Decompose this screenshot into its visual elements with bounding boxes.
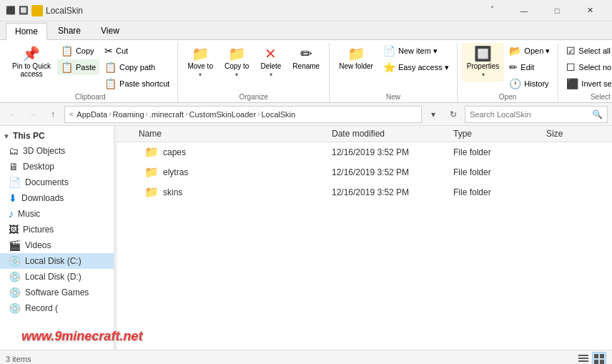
select-none-button[interactable]: ☐ Select none (563, 59, 612, 75)
path-roaming[interactable]: Roaming (112, 110, 146, 119)
select-all-button[interactable]: ☑ Select all (563, 43, 612, 59)
folder-capes-icon: 📁 (144, 145, 159, 159)
main-content: ▼ This PC 🗂 3D Objects 🖥 Desktop 📄 Docum… (0, 126, 612, 350)
file-label-capes: capes (163, 147, 186, 157)
edit-button[interactable]: ✏ Edit (505, 59, 553, 75)
col-header-type[interactable]: Type (453, 129, 546, 139)
delete-button[interactable]: ✕ Delete ▾ (255, 43, 286, 82)
copy-to-button[interactable]: 📁 Copy to ▾ (219, 43, 254, 82)
dropdown-arrow-path[interactable]: ▾ (425, 106, 442, 123)
delete-label: Delete (260, 62, 281, 70)
title-bar-controls: ˄ — □ ✕ (490, 0, 606, 21)
new-folder-button[interactable]: 📁 New folder (334, 43, 378, 74)
copy-path-button[interactable]: 📋 Copy path (101, 59, 173, 75)
tab-home[interactable]: Home (6, 23, 47, 40)
delete-icon: ✕ (265, 46, 277, 61)
videos-icon: 🎬 (9, 240, 21, 251)
search-input[interactable] (470, 110, 592, 119)
pictures-icon: 🖼 (9, 224, 19, 235)
tab-view[interactable]: View (92, 22, 129, 39)
sidebar-item-music[interactable]: ♪ Music (0, 206, 114, 222)
folder-skins-icon: 📁 (144, 185, 159, 199)
path-separator-1: « (69, 110, 75, 118)
paste-button[interactable]: 📋 Paste (57, 59, 99, 75)
file-type-elytras: File folder (453, 167, 546, 177)
invert-selection-button[interactable]: ⬛ Invert selection (563, 76, 612, 92)
properties-button[interactable]: 🔲 Properties ▾ (462, 43, 505, 82)
properties-label: Properties (467, 62, 500, 70)
title-bar-sys: ⬛ 🔲 LocalSkin (6, 5, 83, 16)
sidebar-header[interactable]: ▼ This PC (0, 129, 114, 143)
file-list: Name Date modified Type Size 📁 capes 12/… (117, 126, 612, 350)
sidebar-item-local-disk-d[interactable]: 💿 Local Disk (D:) (0, 269, 114, 285)
organize-items: 📁 Move to ▾ 📁 Copy to ▾ ✕ Delete ▾ ✏ Ren… (182, 43, 325, 92)
tab-share[interactable]: Share (49, 22, 90, 39)
new-item-button[interactable]: 📄 New item ▾ (380, 43, 453, 59)
sidebar-item-local-disk-c[interactable]: 💿 Local Disk (C:) (0, 253, 114, 269)
easy-access-button[interactable]: ⭐ Easy access ▾ (380, 59, 453, 75)
copy-to-label: Copy to (224, 62, 249, 70)
select-col: ☑ Select all ☐ Select none ⬛ Invert sele… (563, 43, 612, 92)
move-to-button[interactable]: 📁 Move to ▾ (182, 43, 218, 82)
clipboard-group: 📌 Pin to Quick access 📋 Copy 📋 Paste ✂ C… (3, 43, 178, 102)
file-date-skins: 12/16/2019 3:52 PM (332, 187, 453, 197)
maximize-button[interactable]: □ (541, 0, 573, 21)
clipboard-label: Clipboard (7, 92, 173, 102)
new-group: 📁 New folder 📄 New item ▾ ⭐ Easy access … (330, 43, 458, 102)
sidebar-item-software-games[interactable]: 💿 Software Games (0, 285, 114, 300)
history-button[interactable]: 🕐 History (505, 76, 553, 92)
minimize-button[interactable]: — (508, 0, 541, 21)
forward-button[interactable]: → (24, 106, 41, 123)
sidebar-item-documents[interactable]: 📄 Documents (0, 174, 114, 190)
copy-button[interactable]: 📋 Copy (57, 43, 99, 59)
search-box[interactable]: 🔍 (465, 106, 608, 123)
file-date-capes: 12/16/2019 3:52 PM (332, 147, 453, 157)
sidebar-label-documents: Documents (25, 177, 69, 187)
sidebar-item-desktop[interactable]: 🖥 Desktop (0, 159, 114, 174)
file-name-capes: 📁 capes (117, 145, 332, 159)
expand-btn[interactable]: ˄ (490, 5, 502, 16)
grid-view-button[interactable] (592, 352, 606, 365)
sidebar-item-pictures[interactable]: 🖼 Pictures (0, 222, 114, 237)
title-bar-left: ⬛ 🔲 LocalSkin (6, 5, 83, 16)
sidebar-item-videos[interactable]: 🎬 Videos (0, 237, 114, 253)
cut-button[interactable]: ✂ Cut (101, 43, 173, 59)
path-appdata[interactable]: AppData (75, 110, 109, 119)
rename-button[interactable]: ✏ Rename (287, 43, 325, 74)
col-header-date[interactable]: Date modified (332, 129, 453, 139)
sidebar-header-label: This PC (13, 131, 45, 141)
sidebar-item-record[interactable]: 💿 Record ( (0, 300, 114, 316)
move-label: Move to (187, 62, 213, 70)
file-row-capes[interactable]: 📁 capes 12/16/2019 3:52 PM File folder (117, 142, 612, 162)
col-header-size[interactable]: Size (546, 129, 603, 139)
pin-label: Pin to Quick access (12, 62, 51, 78)
file-row-elytras[interactable]: 📁 elytras 12/16/2019 3:52 PM File folder (117, 162, 612, 182)
software-icon: 💿 (9, 287, 21, 298)
col-header-name[interactable]: Name (117, 129, 332, 139)
item-count: 3 items (6, 355, 31, 363)
svg-rect-0 (578, 355, 588, 356)
paste-shortcut-button[interactable]: 📋 Paste shortcut (101, 76, 173, 92)
delete-arrow: ▾ (270, 72, 272, 78)
refresh-button[interactable]: ↻ (445, 106, 462, 123)
sidebar-label-software: Software Games (25, 287, 89, 297)
up-button[interactable]: ↑ (44, 106, 61, 123)
path-customskinloader[interactable]: CustomSkinLoader (188, 110, 258, 119)
pin-quick-access-button[interactable]: 📌 Pin to Quick access (7, 43, 56, 82)
folder-3d-icon: 🗂 (9, 145, 19, 157)
open-button[interactable]: 📂 Open ▾ (505, 43, 553, 59)
sidebar-item-3d-objects[interactable]: 🗂 3D Objects (0, 143, 114, 159)
select-none-icon: ☐ (566, 62, 576, 73)
file-row-skins[interactable]: 📁 skins 12/16/2019 3:52 PM File folder (117, 182, 612, 202)
invert-icon: ⬛ (566, 78, 578, 89)
close-button[interactable]: ✕ (573, 0, 606, 21)
sidebar-item-downloads[interactable]: ⬇ Downloads (0, 190, 114, 206)
desktop-icon: 🖥 (9, 161, 19, 172)
list-view-button[interactable] (576, 352, 591, 365)
address-path[interactable]: « AppData › Roaming › .minecraft › Custo… (64, 106, 422, 123)
path-minecraft[interactable]: .minecraft (148, 110, 185, 119)
back-button[interactable]: ← (4, 106, 21, 123)
grid-view-icon (594, 354, 604, 364)
title-bar-title: LocalSkin (46, 6, 83, 16)
path-localskin[interactable]: LocalSkin (260, 110, 297, 119)
